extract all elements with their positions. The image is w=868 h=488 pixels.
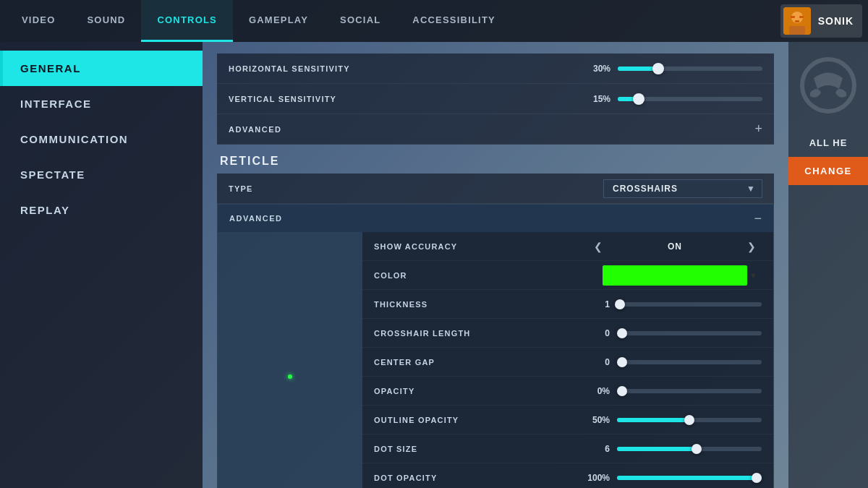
crosshair-preview (218, 232, 362, 488)
horizontal-sensitivity-value: 30% (582, 64, 610, 74)
advanced-settings-content: SHOW ACCURACY ❮ ON ❯ COLOR ▼ (218, 232, 773, 488)
opacity-value: 0% (581, 386, 610, 396)
sidebar-item-interface[interactable]: INTERFACE (0, 86, 203, 121)
dot-opacity-slider[interactable] (617, 476, 762, 480)
show-accuracy-row: SHOW ACCURACY ❮ ON ❯ (362, 232, 773, 261)
advanced-header-label: ADVANCED (229, 125, 754, 134)
sidebar-item-communication[interactable]: COMMUNICATION (0, 121, 203, 157)
center-gap-row: CENTER GAP 0 (362, 348, 773, 377)
dot-opacity-value: 100% (581, 473, 610, 483)
svg-rect-4 (799, 16, 804, 18)
tab-accessibility[interactable]: ACCESSIBILITY (396, 0, 511, 42)
horizontal-sensitivity-slider[interactable] (618, 67, 762, 71)
horizontal-sensitivity-row: HORIZONTAL SENSITIVITY 30% (217, 53, 774, 84)
svg-rect-2 (789, 26, 805, 35)
change-button[interactable]: CHANGE (788, 157, 868, 185)
dot-size-row: DOT SIZE 6 (362, 435, 773, 463)
color-chevron-icon: ▼ (749, 271, 757, 280)
dot-size-label: DOT SIZE (374, 445, 581, 453)
right-panel: ALL HE CHANGE (788, 42, 868, 488)
color-dropdown[interactable]: ▼ (603, 265, 762, 286)
outline-opacity-value: 50% (581, 415, 610, 425)
thickness-row: THICKNESS 1 (362, 290, 773, 319)
advanced-settings-header[interactable]: ADVANCED − (218, 205, 773, 232)
thickness-label: THICKNESS (374, 300, 581, 309)
crosshair-length-label: CROSSHAIR LENGTH (374, 329, 581, 338)
svg-rect-3 (791, 16, 795, 18)
advanced-settings-list: SHOW ACCURACY ❮ ON ❯ COLOR ▼ (362, 232, 773, 488)
left-arrow-icon[interactable]: ❮ (588, 238, 608, 255)
sidebar-item-spectate[interactable]: SPECTATE (0, 157, 203, 192)
svg-rect-5 (795, 20, 799, 22)
avatar (783, 7, 811, 35)
center-gap-slider[interactable] (617, 360, 762, 364)
outline-opacity-label: OUTLINE OPACITY (374, 416, 581, 424)
show-accuracy-control: ❮ ON ❯ (588, 238, 762, 255)
tab-video[interactable]: VIDEO (6, 0, 71, 42)
reticle-section-title: RETICLE (217, 145, 774, 174)
horizontal-sensitivity-label: HORIZONTAL SENSITIVITY (229, 64, 582, 73)
tab-sound[interactable]: SOUND (71, 0, 141, 42)
outline-opacity-row: OUTLINE OPACITY 50% (362, 406, 773, 435)
vertical-sensitivity-label: VERTICAL SENSITIVITY (229, 95, 582, 103)
dot-opacity-label: DOT OPACITY (374, 474, 581, 482)
opacity-row: OPACITY 0% (362, 377, 773, 406)
minus-icon[interactable]: − (754, 211, 762, 226)
opacity-slider[interactable] (617, 389, 762, 393)
tab-social[interactable]: SOCIAL (324, 0, 396, 42)
dot-size-slider[interactable] (617, 447, 762, 451)
top-navigation: VIDEO SOUND CONTROLS GAMEPLAY SOCIAL ACC… (0, 0, 868, 42)
ow-logo-icon (799, 56, 857, 114)
center-gap-value: 0 (581, 357, 610, 367)
settings-content: HORIZONTAL SENSITIVITY 30% VERTICAL SENS… (203, 42, 788, 488)
type-dropdown[interactable]: CROSSHAIRS DOT CIRCLE CROSSHAIRS AND DOT (603, 179, 762, 198)
advanced-collapse-row[interactable]: ADVANCED + (217, 114, 774, 145)
right-arrow-icon[interactable]: ❯ (741, 238, 762, 255)
dot-size-value: 6 (581, 444, 610, 454)
thickness-value: 1 (581, 299, 610, 309)
vertical-sensitivity-slider[interactable] (618, 97, 762, 101)
preview-dot (288, 374, 292, 379)
all-heroes-label: ALL HE (788, 129, 868, 157)
crosshair-length-value: 0 (581, 328, 610, 338)
dot-opacity-row: DOT OPACITY 100% (362, 463, 773, 488)
vertical-sensitivity-row: VERTICAL SENSITIVITY 15% (217, 84, 774, 114)
type-dropdown-wrapper: CROSSHAIRS DOT CIRCLE CROSSHAIRS AND DOT… (603, 179, 762, 198)
advanced-settings-section: ADVANCED − SHOW ACCURACY ❮ ON ❯ (217, 204, 774, 488)
advanced-settings-label: ADVANCED (229, 214, 754, 223)
type-label: TYPE (229, 184, 603, 193)
thickness-slider[interactable] (617, 302, 762, 307)
sidebar-item-replay[interactable]: REPLAY (0, 192, 203, 228)
color-label: COLOR (374, 271, 603, 280)
crosshair-length-row: CROSSHAIR LENGTH 0 (362, 319, 773, 348)
user-panel: SONIK (780, 4, 862, 38)
show-accuracy-label: SHOW ACCURACY (374, 242, 588, 251)
type-row: TYPE CROSSHAIRS DOT CIRCLE CROSSHAIRS AN… (217, 174, 774, 204)
main-layout: GENERAL INTERFACE COMMUNICATION SPECTATE… (0, 42, 868, 488)
vertical-sensitivity-value: 15% (582, 94, 610, 104)
tab-gameplay[interactable]: GAMEPLAY (233, 0, 324, 42)
plus-icon: + (754, 121, 762, 137)
show-accuracy-value: ON (614, 241, 736, 252)
center-gap-label: CENTER GAP (374, 358, 581, 367)
opacity-label: OPACITY (374, 387, 581, 395)
username-label: SONIK (818, 15, 854, 27)
tab-controls[interactable]: CONTROLS (141, 0, 233, 42)
color-row: COLOR ▼ (362, 261, 773, 290)
color-swatch[interactable] (603, 265, 747, 286)
crosshair-length-slider[interactable] (617, 331, 762, 335)
outline-opacity-slider[interactable] (617, 418, 762, 422)
sidebar: GENERAL INTERFACE COMMUNICATION SPECTATE… (0, 42, 203, 488)
sidebar-item-general[interactable]: GENERAL (0, 51, 203, 86)
